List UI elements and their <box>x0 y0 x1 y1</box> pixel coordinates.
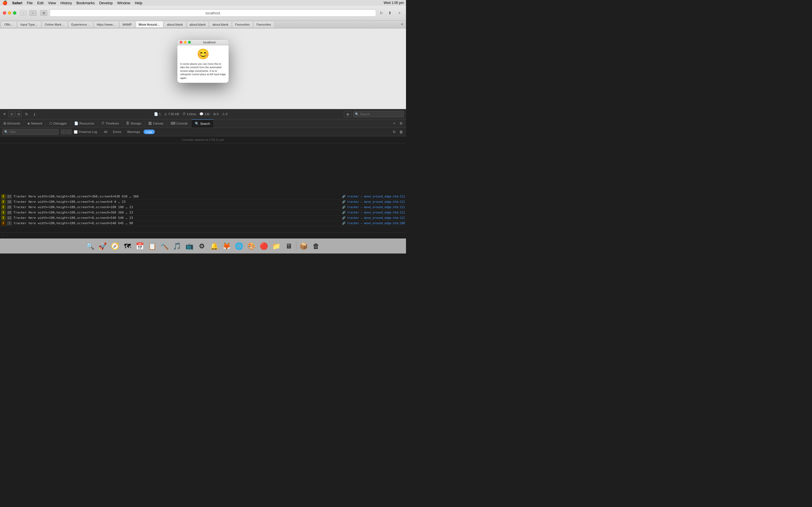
dock: 🔍 🚀 🧭 🗺 📅 📋 🔨 🎵 📺 ⚙ 🔔 🦊 🌐 🎨 🔴 📁 🖥 📦 🗑 <box>0 238 406 253</box>
filter-warnings-button[interactable]: Warnings <box>125 129 142 134</box>
entry-source-5[interactable]: 🔗 tracker — move_around_edge.htm:108 <box>342 222 405 225</box>
dock-system-prefs[interactable]: ⚙ <box>196 240 207 252</box>
dock-photoshop[interactable]: 🎨 <box>246 240 257 252</box>
dock-firefox[interactable]: 🦊 <box>221 240 232 252</box>
dock-calendar[interactable]: 📅 <box>134 240 146 252</box>
popup-minimize[interactable] <box>184 41 187 44</box>
back-button[interactable]: ‹ <box>20 10 27 16</box>
tab-9[interactable]: about:blank <box>209 21 232 27</box>
tab-3[interactable]: Experience… <box>68 21 93 27</box>
tab-7[interactable]: about:blank <box>164 21 186 27</box>
close-button[interactable] <box>3 11 6 15</box>
popup-emoji: 😊 <box>197 48 209 60</box>
filter-logs-button[interactable]: Logs <box>144 129 155 134</box>
entry-source-4[interactable]: 🔗 tracker — move_around_edge.htm:111 <box>342 216 405 219</box>
filter-prev-button[interactable]: ‹ <box>61 129 66 134</box>
dock-notes[interactable]: 📋 <box>147 240 158 252</box>
devtools-tab-search[interactable]: 🔍 Search <box>192 119 214 128</box>
menu-help[interactable]: Help <box>135 1 142 5</box>
filter-errors-button[interactable]: Errors <box>111 129 124 134</box>
dock-notification[interactable]: 🔔 <box>209 240 220 252</box>
dock-chrome[interactable]: 🌐 <box>234 240 245 252</box>
preserve-log-checkbox[interactable] <box>74 130 78 134</box>
menu-view[interactable]: View <box>48 1 56 5</box>
devtools-undock-button[interactable]: ⊡ <box>8 111 15 117</box>
console-clear-button[interactable]: 🗑 <box>398 129 404 135</box>
entry-count-5: 7 <box>7 221 12 225</box>
devtools-tab-debugger[interactable]: ⬡ Debugger <box>46 119 70 128</box>
apple-menu[interactable]: 🍎 <box>2 0 8 5</box>
devtools-tab-storage[interactable]: 🗄 Storage <box>123 119 145 128</box>
devtools-reload-button[interactable]: ↻ <box>23 111 30 117</box>
tab-11[interactable]: Favourites <box>253 21 274 27</box>
devtools-settings-button[interactable]: ⚙ <box>398 121 404 126</box>
devtools-dock-side-button[interactable]: ⊟ <box>15 111 22 117</box>
tab-6[interactable]: Move Around… <box>136 21 163 27</box>
tab-0[interactable]: Offic… <box>1 21 17 27</box>
tab-4[interactable]: https://www… <box>94 21 119 27</box>
dock-safari[interactable]: 🧭 <box>109 240 121 252</box>
console-search-input[interactable] <box>9 130 57 133</box>
dock-obs[interactable]: 🔴 <box>258 240 269 252</box>
entry-source-2[interactable]: 🔗 tracker — move_around_edge.htm:111 <box>342 206 405 209</box>
dock-filezilla[interactable]: 📁 <box>271 240 282 252</box>
sidebar-toggle[interactable]: ⊞ <box>40 10 47 16</box>
devtools-tab-network[interactable]: ◈ Network <box>24 119 46 128</box>
dock-launchpad[interactable]: 🚀 <box>97 240 108 252</box>
entry-source-1[interactable]: 🔗 tracker — move_around_edge.htm:111 <box>342 200 405 203</box>
devtools-download-button[interactable]: ⤓ <box>31 111 38 117</box>
resources-icon: 📄 <box>154 112 158 116</box>
console-prompt-input[interactable] <box>4 234 404 237</box>
entry-source-0[interactable]: 🔗 tracker — move_around_edge.htm:111 <box>342 195 405 198</box>
tab-2[interactable]: Online Mark… <box>42 21 68 27</box>
dock-maps[interactable]: 🗺 <box>122 240 133 252</box>
menu-history[interactable]: History <box>60 1 71 5</box>
devtools-search-input[interactable] <box>360 112 402 116</box>
new-tab-button[interactable]: ＋ <box>396 10 403 16</box>
dock-tv[interactable]: 📺 <box>184 240 195 252</box>
filter-all-button[interactable]: All <box>101 129 109 134</box>
devtools-tab-elements[interactable]: ⊞ Elements <box>0 119 24 128</box>
dock-finder[interactable]: 🔍 <box>85 240 96 252</box>
dock-downloads[interactable]: 📦 <box>298 240 309 252</box>
devtools-tab-console[interactable]: ⌨ Console <box>167 119 192 128</box>
dock-music[interactable]: 🎵 <box>171 240 183 252</box>
console-entry-0: E 27 Tracker Here width=180,height=180,s… <box>0 194 406 200</box>
add-tab-button[interactable]: + <box>399 21 405 27</box>
menu-file[interactable]: File <box>27 1 33 5</box>
menu-window[interactable]: Window <box>117 1 130 5</box>
dock-trash[interactable]: 🗑 <box>310 240 322 252</box>
console-refresh-button[interactable]: ↻ <box>391 129 397 135</box>
entry-type-icon-2: E <box>1 205 6 210</box>
devtools-tab-canvas[interactable]: 🖼 Canvas <box>145 119 167 128</box>
menu-develop[interactable]: Develop <box>99 1 113 5</box>
forward-button[interactable]: › <box>29 10 37 16</box>
tab-8[interactable]: about:blank <box>187 21 209 27</box>
tab-10[interactable]: Favourites <box>232 21 253 27</box>
share-button[interactable]: ⬆ <box>386 10 394 16</box>
main-layout: 🍎 Safari File Edit View History Bookmark… <box>0 0 406 253</box>
maximize-button[interactable] <box>13 11 16 15</box>
devtools-target-button[interactable]: ⊕ <box>344 111 351 117</box>
devtools-tab-resources[interactable]: 📄 Resources <box>71 119 98 128</box>
entry-source-3[interactable]: 🔗 tracker — move_around_edge.htm:111 <box>342 211 405 214</box>
dock-transmit[interactable]: 🖥 <box>283 240 294 252</box>
console-search-icon: 🔍 <box>4 130 8 134</box>
devtools-tab-timelines[interactable]: ⏱ Timelines <box>98 119 123 128</box>
address-bar[interactable]: localhost <box>50 9 376 17</box>
console-entry-3: E 28 Tracker Here width=180,height=180,s… <box>0 210 406 216</box>
devtools-close-button[interactable]: ✕ <box>2 112 7 116</box>
devtools-add-tab-button[interactable]: + <box>391 121 397 126</box>
filter-next-button[interactable]: › <box>66 129 71 134</box>
tab-5[interactable]: MAMP <box>119 21 135 27</box>
popup-maximize[interactable] <box>188 41 191 44</box>
app-name[interactable]: Safari <box>12 1 22 5</box>
minimize-button[interactable] <box>8 11 11 15</box>
entry-type-icon-0: E <box>1 194 6 199</box>
reload-button[interactable]: ↻ <box>378 10 384 16</box>
menu-edit[interactable]: Edit <box>37 1 43 5</box>
popup-close[interactable] <box>180 41 183 44</box>
menu-bookmarks[interactable]: Bookmarks <box>77 1 95 5</box>
dock-xcode[interactable]: 🔨 <box>159 240 170 252</box>
tab-1[interactable]: Input Type… <box>17 21 41 27</box>
